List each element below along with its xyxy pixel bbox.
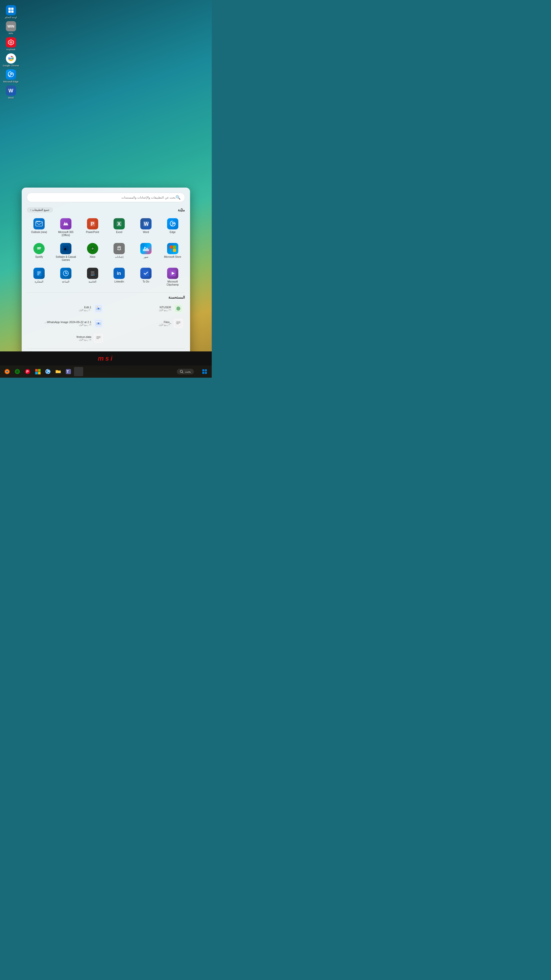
app-calculator[interactable]: الحاسبة <box>80 266 105 288</box>
app-label: Microsoft 365 (Office) <box>55 231 77 237</box>
taskbar-msstore[interactable] <box>33 367 42 376</box>
taskbar-firefox[interactable] <box>3 367 12 376</box>
msstore-icon <box>167 243 178 254</box>
recommended-title: المستحسنة <box>168 295 185 299</box>
svg-point-60 <box>98 323 99 324</box>
svg-rect-80 <box>38 369 41 372</box>
taskbar-xbox[interactable] <box>13 367 22 376</box>
svg-rect-63 <box>176 323 180 323</box>
desktop-icon-word[interactable]: W Word <box>1 86 21 99</box>
app-powerpoint[interactable]: P PowerPoint <box>80 216 105 239</box>
desktop-icon-anydesk[interactable]: AnyDesk <box>1 37 21 51</box>
app-spotify[interactable]: Spotify <box>27 241 52 264</box>
rec-whatsapp-icon <box>94 319 103 328</box>
svg-rect-0 <box>8 8 11 10</box>
all-apps-label: جميع التطبيقات <box>32 208 49 212</box>
app-notepad[interactable]: المفكرة <box>27 266 52 288</box>
rec-files-icon <box>174 319 183 328</box>
app-label: Spotify <box>35 256 43 259</box>
settings-icon <box>114 243 125 254</box>
app-word[interactable]: W Word <box>134 216 159 239</box>
svg-text:P: P <box>91 221 94 227</box>
app-label: صور <box>144 256 148 259</box>
search-icon: 🔍 <box>176 195 181 200</box>
notepad-icon <box>33 268 44 279</box>
taskbar-teams[interactable]: T <box>64 367 73 376</box>
svg-rect-82 <box>38 372 41 374</box>
desktop-icon-chrome[interactable]: Google Chrome <box>1 53 21 67</box>
spotify-icon <box>33 243 44 254</box>
app-solitaire[interactable]: ♠ Solitaire & Casual Games <box>54 241 78 264</box>
rec-whatsapp-img[interactable]: WhatsApp Image 2024-09-22 at 2.1... ١٩ ر… <box>27 317 105 330</box>
app-label: Solitaire & Casual Games <box>55 256 77 262</box>
app-label: Microsoft Store <box>164 256 181 259</box>
svg-point-15 <box>36 245 42 251</box>
svg-rect-39 <box>91 271 94 273</box>
taskbar-explorer[interactable] <box>54 367 63 376</box>
rec-firstrun[interactable]: firstrun.data ١٨ ربيع الأول <box>27 331 105 345</box>
svg-rect-28 <box>37 270 41 276</box>
rec-date: ١٩ ربيع الأول <box>44 324 91 326</box>
rec-files[interactable]: _Files ٢٠ ربيع الأول <box>106 317 185 330</box>
svg-text:X: X <box>118 221 121 227</box>
app-m365[interactable]: Microsoft 365 (Office) <box>54 216 78 239</box>
desktop-icon-win[interactable]: WIN WIN <box>1 21 21 35</box>
app-todo[interactable]: To Do <box>134 266 159 288</box>
svg-point-21 <box>118 248 120 250</box>
app-outlook-new[interactable]: NEW Outlook (new) <box>27 216 52 239</box>
rec-name: _Files <box>159 321 171 324</box>
app-settings[interactable]: إعدادات <box>107 241 132 264</box>
desktop-icon-control-panel[interactable]: لوحة التحكم <box>1 5 21 19</box>
start-menu: 🔍 مثبّنة جميع التطبيقات › NEW <box>22 188 190 364</box>
svg-rect-24 <box>170 245 173 248</box>
rec-ntuser-info: NTUSER ٢٦ ربيع الأول <box>159 306 171 311</box>
app-clock[interactable]: الساعة <box>54 266 78 288</box>
app-photos[interactable]: صور <box>134 241 159 264</box>
app-label: LinkedIn <box>114 280 124 283</box>
recommended-section: المستحسنة Edit.1 <box>27 295 185 345</box>
desktop-icons: لوحة التحكم WIN WIN AnyDesk <box>1 5 21 99</box>
app-label: المفكرة <box>35 280 43 283</box>
solitaire-icon: ♠ <box>60 243 71 254</box>
svg-rect-62 <box>176 321 180 322</box>
clipchamp-icon <box>167 268 178 279</box>
app-label: الساعة <box>62 280 69 283</box>
calculator-icon <box>87 268 98 279</box>
app-excel[interactable]: X Excel <box>107 216 132 239</box>
app-msstore[interactable]: Microsoft Store <box>160 241 185 264</box>
taskbar-settings-app[interactable] <box>74 367 83 376</box>
svg-point-54 <box>97 307 98 307</box>
edge-icon-app <box>167 218 178 229</box>
svg-rect-3 <box>11 11 14 13</box>
excel-icon: X <box>114 218 125 229</box>
taskbar-edge[interactable] <box>43 367 52 376</box>
rec-edit1[interactable]: Edit.1 ٢٠ ربيع الأول <box>27 302 105 315</box>
svg-rect-61 <box>176 321 181 326</box>
svg-rect-41 <box>92 274 94 274</box>
pinned-header: مثبّنة جميع التطبيقات › <box>27 207 185 213</box>
rec-whatsapp-info: WhatsApp Image 2024-09-22 at 2.1... ١٩ ر… <box>44 321 91 326</box>
taskbar-search[interactable]: بحث <box>177 369 194 374</box>
app-xbox[interactable]: Xbox <box>80 241 105 264</box>
search-input[interactable] <box>31 196 176 199</box>
svg-rect-42 <box>94 274 95 274</box>
desktop: لوحة التحكم WIN WIN AnyDesk <box>0 0 212 378</box>
rec-ntuser[interactable]: DAT NTUSER ٢٦ ربيع الأول <box>106 302 185 315</box>
rec-date: ٢٦ ربيع الأول <box>159 309 171 311</box>
taskbar-store1[interactable]: P <box>23 367 32 376</box>
svg-text:W: W <box>144 221 149 227</box>
svg-text:NEW: NEW <box>36 221 40 222</box>
all-apps-button[interactable]: جميع التطبيقات › <box>27 207 53 213</box>
msi-brand-bar: msi <box>0 352 212 366</box>
app-linkedin[interactable]: in LinkedIn <box>107 266 132 288</box>
win-start-button[interactable] <box>200 367 209 376</box>
svg-rect-43 <box>91 275 92 275</box>
desktop-icon-ms-edge[interactable]: Microsoft Edge <box>1 69 21 83</box>
app-label: Xbox <box>89 256 95 259</box>
svg-rect-27 <box>173 249 176 252</box>
app-clipchamp[interactable]: Microsoft Clipchamp <box>160 266 185 288</box>
search-bar[interactable]: 🔍 <box>27 192 185 202</box>
msi-logo: msi <box>98 355 114 363</box>
clock-icon <box>60 268 71 279</box>
app-edge[interactable]: Edge <box>160 216 185 239</box>
